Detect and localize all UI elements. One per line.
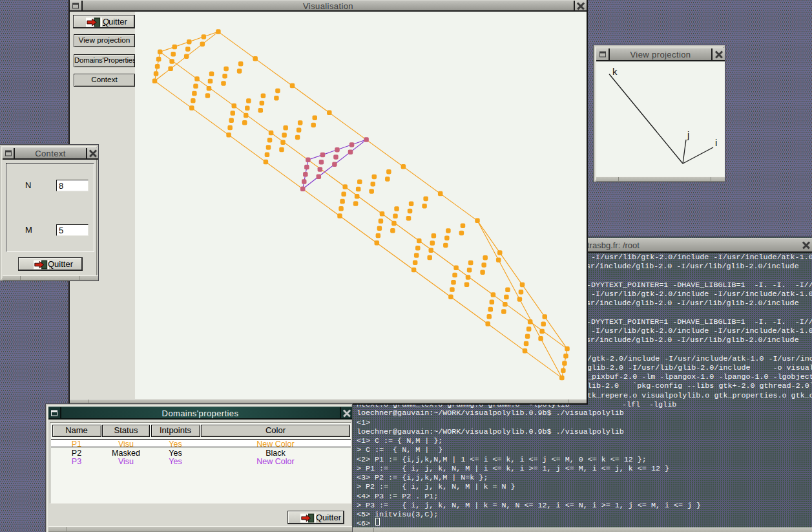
svg-text:i: i	[715, 137, 717, 148]
svg-text:k: k	[612, 66, 618, 77]
svg-text:j: j	[687, 129, 689, 140]
